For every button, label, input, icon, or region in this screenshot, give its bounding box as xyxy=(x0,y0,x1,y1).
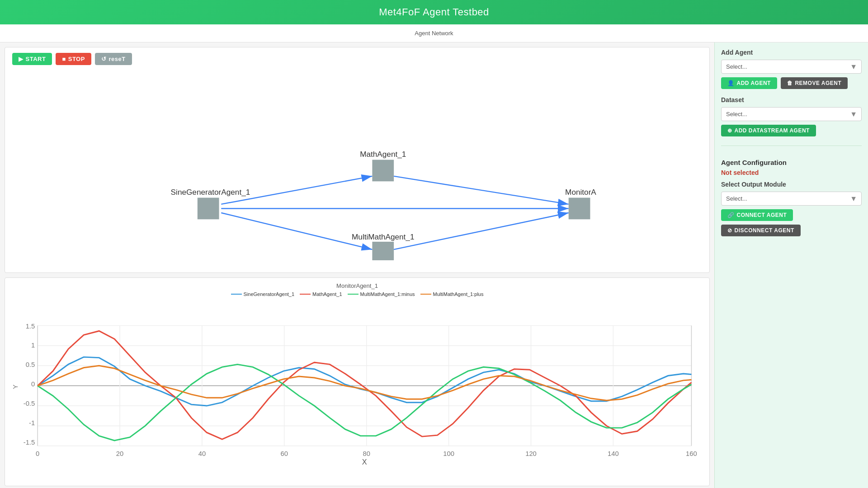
network-graph: SineGeneratorAgent_1 MathAgent_1 MultiMa… xyxy=(5,70,709,260)
sidebar-divider xyxy=(721,145,862,146)
dataset-title: Dataset xyxy=(721,96,862,103)
output-select-wrapper: Select... ▼ xyxy=(721,192,862,206)
legend-color-multimath-minus xyxy=(348,294,359,295)
dataset-section: Dataset Select... ▼ ⊕ ADD DATASTREAM AGE… xyxy=(721,96,862,136)
svg-text:60: 60 xyxy=(281,450,288,457)
reset-icon: ↺ xyxy=(101,56,107,62)
agent-config-title: Agent Configuration xyxy=(721,159,862,166)
svg-text:-1.5: -1.5 xyxy=(24,439,35,446)
remove-agent-icon: 🗑 xyxy=(787,80,793,86)
app-title: Met4FoF Agent Testbed xyxy=(0,0,868,24)
disconnect-agent-button[interactable]: ⊘ DISCONNECT AGENT xyxy=(721,225,801,236)
legend-item-multimath-minus: MultiMathAgent_1:minus xyxy=(348,291,415,297)
svg-line-2 xyxy=(221,213,372,249)
title-text: Met4FoF Agent Testbed xyxy=(379,6,489,18)
svg-text:80: 80 xyxy=(363,450,370,457)
start-label: START xyxy=(26,56,46,62)
add-agent-button[interactable]: 👤 ADD AGENT xyxy=(721,77,777,89)
reset-label: reseT xyxy=(108,56,125,62)
agent-network-panel: ▶ START ■ STOP ↺ reseT xyxy=(5,47,710,273)
disconnect-agent-label: DISCONNECT AGENT xyxy=(735,227,794,234)
toolbar: ▶ START ■ STOP ↺ reseT xyxy=(5,47,709,70)
svg-line-5 xyxy=(394,213,569,249)
svg-rect-12 xyxy=(569,198,590,220)
legend-label-multimath-minus: MultiMathAgent_1:minus xyxy=(360,291,415,297)
chart-title: MonitorAgent_1 xyxy=(9,282,705,289)
add-agent-label: ADD AGENT xyxy=(737,80,771,86)
add-agent-select-wrapper: Select... ▼ xyxy=(721,60,862,74)
select-output-label: Select Output Module xyxy=(721,181,862,188)
svg-text:40: 40 xyxy=(198,450,206,457)
legend-label-multimath-plus: MultiMathAgent_1:plus xyxy=(433,291,484,297)
remove-agent-button[interactable]: 🗑 REMOVE AGENT xyxy=(781,77,848,89)
svg-rect-6 xyxy=(198,198,219,220)
disconnect-icon: ⊘ xyxy=(727,227,732,234)
start-icon: ▶ xyxy=(19,56,24,62)
not-selected-label: Not selected xyxy=(721,169,862,176)
add-agent-select[interactable]: Select... xyxy=(721,60,862,74)
svg-text:120: 120 xyxy=(525,450,537,457)
svg-rect-10 xyxy=(372,242,394,260)
connect-icon: 🔗 xyxy=(727,212,735,218)
svg-text:Y: Y xyxy=(12,385,19,389)
svg-rect-8 xyxy=(372,160,394,182)
chart-svg-container: 1.5 1 0.5 0 -0.5 -1 -1.5 Y xyxy=(9,299,705,486)
svg-text:-0.5: -0.5 xyxy=(24,400,35,407)
chart-legend: SineGeneratorAgent_1 MathAgent_1 MultiMa… xyxy=(9,291,705,297)
center-area: ▶ START ■ STOP ↺ reseT xyxy=(0,42,714,488)
svg-text:0: 0 xyxy=(31,380,35,388)
legend-item-sine: SineGeneratorAgent_1 xyxy=(231,291,295,297)
legend-item-math: MathAgent_1 xyxy=(300,291,342,297)
datastream-icon: ⊕ xyxy=(727,127,732,134)
connect-agent-label: CONNECT AGENT xyxy=(737,212,787,218)
add-datastream-label: ADD DATASTREAM AGENT xyxy=(735,127,810,134)
stop-label: STOP xyxy=(68,56,85,62)
svg-text:1: 1 xyxy=(31,342,35,349)
svg-text:MonitorA: MonitorA xyxy=(565,188,596,197)
stop-button[interactable]: ■ STOP xyxy=(56,53,91,65)
agent-config-section: Agent Configuration Not selected Select … xyxy=(721,159,862,236)
svg-text:160: 160 xyxy=(686,450,697,457)
legend-color-math xyxy=(300,294,311,295)
reset-button[interactable]: ↺ reseT xyxy=(95,53,132,65)
svg-text:SineGeneratorAgent_1: SineGeneratorAgent_1 xyxy=(171,188,250,197)
add-agent-icon: 👤 xyxy=(727,80,735,86)
sidebar: Add Agent Select... ▼ 👤 ADD AGENT 🗑 REMO… xyxy=(714,42,868,488)
svg-text:100: 100 xyxy=(443,450,454,457)
svg-text:20: 20 xyxy=(116,450,123,457)
datastream-btn-row: ⊕ ADD DATASTREAM AGENT xyxy=(721,125,862,136)
main-layout: ▶ START ■ STOP ↺ reseT xyxy=(0,42,868,488)
svg-text:-1: -1 xyxy=(29,419,35,427)
svg-text:140: 140 xyxy=(608,450,619,457)
connect-btn-row: 🔗 CONNECT AGENT ⊘ DISCONNECT AGENT xyxy=(721,209,862,236)
add-agent-title: Add Agent xyxy=(721,49,862,56)
start-button[interactable]: ▶ START xyxy=(12,53,52,65)
subheader-label: Agent Network xyxy=(415,30,453,37)
legend-label-sine: SineGeneratorAgent_1 xyxy=(244,291,295,297)
legend-item-multimath-plus: MultiMathAgent_1:plus xyxy=(420,291,484,297)
add-datastream-button[interactable]: ⊕ ADD DATASTREAM AGENT xyxy=(721,125,816,136)
svg-text:X: X xyxy=(362,458,367,466)
legend-color-multimath-plus xyxy=(420,294,431,295)
svg-text:1.5: 1.5 xyxy=(26,323,35,330)
add-agent-section: Add Agent Select... ▼ 👤 ADD AGENT 🗑 REMO… xyxy=(721,49,862,89)
chart-panel: MonitorAgent_1 SineGeneratorAgent_1 Math… xyxy=(5,277,710,486)
svg-text:MultiMathAgent_1: MultiMathAgent_1 xyxy=(352,232,414,241)
connect-agent-button[interactable]: 🔗 CONNECT AGENT xyxy=(721,209,793,221)
stop-icon: ■ xyxy=(62,56,66,62)
add-agent-btn-row: 👤 ADD AGENT 🗑 REMOVE AGENT xyxy=(721,77,862,89)
svg-line-4 xyxy=(394,176,569,204)
legend-label-math: MathAgent_1 xyxy=(312,291,342,297)
subheader: Agent Network xyxy=(0,24,868,42)
svg-text:0.5: 0.5 xyxy=(26,361,35,368)
remove-agent-label: REMOVE AGENT xyxy=(795,80,841,86)
svg-text:0: 0 xyxy=(36,450,39,457)
legend-color-sine xyxy=(231,294,242,295)
svg-text:MathAgent_1: MathAgent_1 xyxy=(360,150,406,159)
output-module-select[interactable]: Select... xyxy=(721,192,862,206)
dataset-select-wrapper: Select... ▼ xyxy=(721,107,862,121)
dataset-select[interactable]: Select... xyxy=(721,107,862,121)
